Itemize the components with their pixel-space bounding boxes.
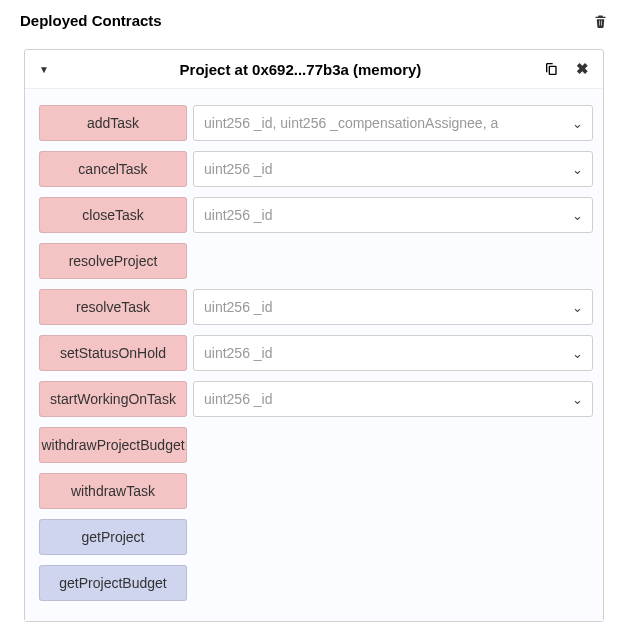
function-row: resolveProject xyxy=(39,243,593,279)
function-args-input[interactable] xyxy=(194,198,562,232)
function-input-wrap: ⌄ xyxy=(193,335,593,371)
function-button[interactable]: closeTask xyxy=(39,197,187,233)
function-button[interactable]: resolveProject xyxy=(39,243,187,279)
function-input-wrap: ⌄ xyxy=(193,151,593,187)
function-row: getProjectBudget xyxy=(39,565,593,601)
function-button[interactable]: withdrawTask xyxy=(39,473,187,509)
copy-icon[interactable] xyxy=(544,61,560,77)
function-list: addTask⌄cancelTask⌄closeTask⌄resolveProj… xyxy=(25,88,603,621)
function-args-input[interactable] xyxy=(194,336,562,370)
function-row: addTask⌄ xyxy=(39,105,593,141)
function-row: withdrawProjectBudget xyxy=(39,427,593,463)
function-button[interactable]: getProjectBudget xyxy=(39,565,187,601)
contract-instance: ▼ Project at 0x692...77b3a (memory) ✖ ad… xyxy=(24,49,604,622)
deployed-contracts-panel: Deployed Contracts ▼ Project at 0x692...… xyxy=(0,0,628,622)
chevron-down-icon[interactable]: ⌄ xyxy=(562,162,592,177)
function-args-input[interactable] xyxy=(194,382,562,416)
function-args-input[interactable] xyxy=(194,106,562,140)
function-row: getProject xyxy=(39,519,593,555)
chevron-down-icon[interactable]: ⌄ xyxy=(562,116,592,131)
function-button[interactable]: setStatusOnHold xyxy=(39,335,187,371)
function-button[interactable]: withdrawProjectBudget xyxy=(39,427,187,463)
chevron-down-icon[interactable]: ⌄ xyxy=(562,346,592,361)
function-row: setStatusOnHold⌄ xyxy=(39,335,593,371)
chevron-down-icon[interactable]: ⌄ xyxy=(562,392,592,407)
trash-icon[interactable] xyxy=(593,13,608,29)
function-row: startWorkingOnTask⌄ xyxy=(39,381,593,417)
contract-header[interactable]: ▼ Project at 0x692...77b3a (memory) ✖ xyxy=(25,50,603,88)
function-input-wrap: ⌄ xyxy=(193,381,593,417)
function-input-wrap: ⌄ xyxy=(193,197,593,233)
chevron-down-icon[interactable]: ⌄ xyxy=(562,300,592,315)
function-button[interactable]: addTask xyxy=(39,105,187,141)
panel-title: Deployed Contracts xyxy=(20,12,162,29)
function-button[interactable]: cancelTask xyxy=(39,151,187,187)
panel-header: Deployed Contracts xyxy=(0,0,628,37)
function-row: resolveTask⌄ xyxy=(39,289,593,325)
contract-title: Project at 0x692...77b3a (memory) xyxy=(57,61,544,78)
caret-down-icon: ▼ xyxy=(39,64,49,75)
function-button[interactable]: startWorkingOnTask xyxy=(39,381,187,417)
function-row: cancelTask⌄ xyxy=(39,151,593,187)
function-input-wrap: ⌄ xyxy=(193,105,593,141)
function-button[interactable]: getProject xyxy=(39,519,187,555)
function-button[interactable]: resolveTask xyxy=(39,289,187,325)
function-row: withdrawTask xyxy=(39,473,593,509)
function-args-input[interactable] xyxy=(194,152,562,186)
function-input-wrap: ⌄ xyxy=(193,289,593,325)
close-icon[interactable]: ✖ xyxy=(576,60,589,78)
function-row: closeTask⌄ xyxy=(39,197,593,233)
function-args-input[interactable] xyxy=(194,290,562,324)
chevron-down-icon[interactable]: ⌄ xyxy=(562,208,592,223)
